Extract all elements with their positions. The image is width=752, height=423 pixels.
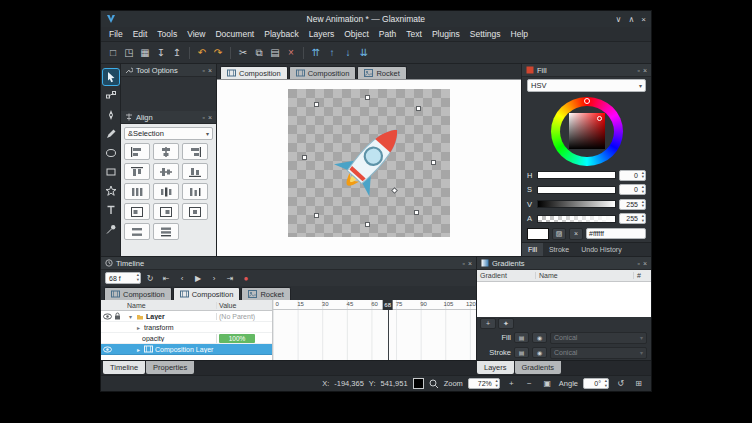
redo-icon[interactable]: ↷ [210, 45, 226, 61]
spin-arrows-icon[interactable]: ▴▾ [642, 214, 644, 223]
menu-file[interactable]: File [104, 29, 128, 39]
menu-document[interactable]: Document [210, 29, 259, 39]
distribute-v-top-button[interactable] [124, 223, 150, 240]
composition-layer-row[interactable]: ▸ Composition Layer [101, 344, 272, 355]
float-dock-icon[interactable]: ▫ [637, 67, 639, 74]
timeline-dock-header[interactable]: Timeline ▫ × [101, 257, 476, 270]
timeline-tab-rocket[interactable]: Rocket [241, 287, 290, 300]
close-dock-icon[interactable]: × [208, 67, 212, 74]
raise-icon[interactable]: ↑ [324, 45, 340, 61]
text-tool-icon[interactable] [103, 202, 119, 218]
float-dock-icon[interactable]: ▫ [202, 114, 204, 121]
timeline-ruler[interactable]: 0 15 30 45 60 75 90 105 120 68 [273, 300, 476, 310]
draw-bezier-tool-icon[interactable] [103, 107, 119, 123]
opacity-value-badge[interactable]: 100% [219, 334, 255, 343]
add-gradient-button[interactable]: + [480, 318, 496, 329]
layer-parent-value[interactable]: (No Parent) [216, 313, 272, 320]
play-icon[interactable]: ▶ [191, 272, 205, 285]
value-value-spinbox[interactable]: 255▴▾ [619, 199, 646, 210]
saturation-value-square[interactable] [569, 113, 605, 149]
menu-path[interactable]: Path [374, 29, 402, 39]
spin-arrows-icon[interactable]: ▴▾ [137, 273, 139, 282]
record-icon[interactable]: ● [239, 272, 253, 285]
lock-icon[interactable] [114, 312, 121, 320]
linear-gradient-toggle-icon[interactable]: ▤ [514, 332, 529, 343]
visibility-eye-icon[interactable] [103, 346, 112, 353]
draw-freehand-tool-icon[interactable] [103, 126, 119, 142]
prev-frame-icon[interactable]: ‹ [175, 272, 189, 285]
tab-undo-history[interactable]: Undo History [575, 243, 627, 256]
spin-arrows-icon[interactable]: ▴▾ [642, 200, 644, 209]
menu-text[interactable]: Text [401, 29, 427, 39]
close-button[interactable]: × [641, 15, 646, 24]
align-top-button[interactable] [124, 163, 150, 180]
color-picker-tool-icon[interactable] [103, 221, 119, 237]
timeline-tab-composition-1[interactable]: Composition [104, 287, 172, 300]
hue-slider[interactable] [537, 171, 616, 179]
dock-tab-gradients[interactable]: Gradients [515, 361, 562, 374]
close-dock-icon[interactable]: × [208, 114, 212, 121]
radial-gradient-toggle-icon[interactable]: ◉ [532, 347, 547, 358]
fill-gradient-type-select[interactable]: Conical ▾ [550, 332, 647, 344]
close-dock-icon[interactable]: × [643, 260, 647, 267]
selection-handle[interactable] [365, 222, 370, 227]
visibility-eye-icon[interactable] [103, 313, 112, 320]
selection-handle[interactable] [365, 95, 370, 100]
copy-icon[interactable]: ⧉ [251, 45, 267, 61]
spin-arrows-icon[interactable]: ▴▾ [642, 185, 644, 194]
align-canvas-v-button[interactable] [153, 203, 179, 220]
canvas-viewport[interactable] [217, 79, 521, 256]
align-h-center-button[interactable] [153, 143, 179, 160]
undo-icon[interactable]: ↶ [194, 45, 210, 61]
zoom-fit-icon[interactable]: ▣ [541, 378, 554, 390]
delete-icon[interactable]: × [283, 45, 299, 61]
align-relative-to-select[interactable]: &Selection ▾ [124, 127, 213, 140]
maximize-button[interactable]: ∧ [628, 15, 634, 24]
expander-icon[interactable]: ▸ [135, 324, 142, 331]
align-dock-header[interactable]: Align ▫ × [121, 111, 216, 124]
hue-value-spinbox[interactable]: 0▴▾ [619, 170, 646, 181]
add-preset-gradient-button[interactable]: ✦ [498, 318, 514, 329]
document-import-icon[interactable]: ↧ [153, 45, 169, 61]
dock-tab-properties[interactable]: Properties [146, 361, 194, 374]
playhead-line[interactable] [388, 310, 389, 360]
close-dock-icon[interactable]: × [468, 260, 472, 267]
transform-row[interactable]: ▸ transform [101, 322, 272, 333]
menu-view[interactable]: View [182, 29, 210, 39]
menu-settings[interactable]: Settings [465, 29, 506, 39]
value-slider[interactable] [537, 200, 616, 208]
distribute-v-bottom-button[interactable] [153, 223, 179, 240]
hex-color-input[interactable]: #ffffff [586, 228, 646, 239]
go-last-frame-icon[interactable]: ⇥ [223, 272, 237, 285]
rocket-artwork[interactable] [313, 107, 425, 219]
document-export-icon[interactable]: ↥ [169, 45, 185, 61]
palette-icon[interactable]: ▨ [552, 228, 566, 240]
selection-handle[interactable] [416, 106, 421, 111]
dock-tab-layers[interactable]: Layers [477, 361, 514, 374]
selection-handle[interactable] [431, 160, 436, 165]
float-dock-icon[interactable]: ▫ [462, 260, 464, 267]
menu-tools[interactable]: Tools [152, 29, 182, 39]
distribute-right-button[interactable] [182, 183, 208, 200]
align-right-button[interactable] [182, 143, 208, 160]
go-first-frame-icon[interactable]: ⇤ [159, 272, 173, 285]
lower-icon[interactable]: ↓ [340, 45, 356, 61]
titlebar[interactable]: New Animation * — Glaxnimate ∨ ∧ × [101, 11, 651, 27]
tab-fill[interactable]: Fill [522, 243, 543, 256]
tool-options-dock-header[interactable]: Tool Options ▫ × [121, 64, 216, 77]
current-color-swatch[interactable] [527, 228, 549, 240]
float-dock-icon[interactable]: ▫ [202, 67, 204, 74]
zoom-in-icon[interactable]: + [505, 378, 518, 390]
align-bottom-button[interactable] [182, 163, 208, 180]
color-mode-select[interactable]: HSV ▾ [527, 79, 646, 92]
next-frame-icon[interactable]: › [207, 272, 221, 285]
saturation-value-spinbox[interactable]: 0▴▾ [619, 184, 646, 195]
angle-spinbox[interactable]: 0°▴▾ [583, 378, 609, 389]
zoom-spinbox[interactable]: 72%▴▾ [468, 378, 500, 389]
spin-arrows-icon[interactable]: ▴▾ [642, 171, 644, 180]
saturation-slider[interactable] [537, 186, 616, 194]
selection-handle[interactable] [314, 213, 319, 218]
paste-icon[interactable]: ▤ [267, 45, 283, 61]
selection-handle[interactable] [302, 155, 307, 160]
hue-wheel[interactable] [551, 97, 623, 166]
